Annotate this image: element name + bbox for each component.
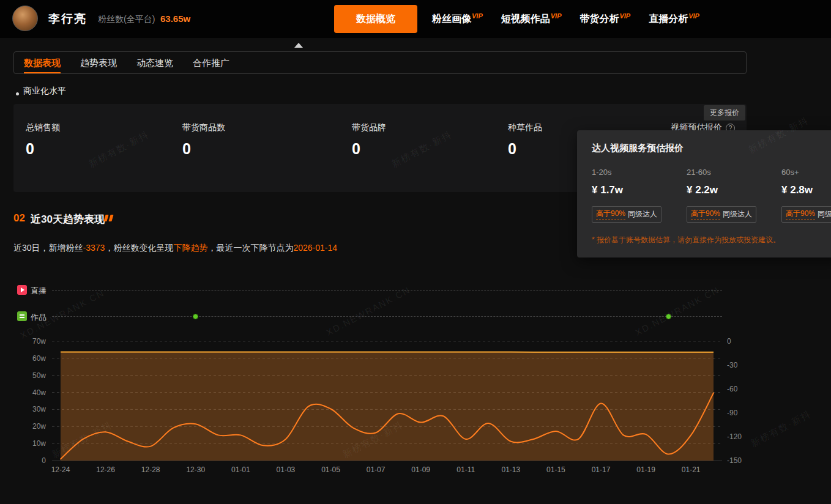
quote-column-21-60s: 21-60s ¥ 2.2w 高于90% 同级达人 xyxy=(687,168,781,223)
rank-percent: 高于90% xyxy=(691,209,720,220)
price-value: ¥ 2.2w xyxy=(687,184,781,196)
nav-commerce-analysis[interactable]: 带货分析VIP xyxy=(579,12,630,26)
nav-short-video[interactable]: 短视频作品VIP xyxy=(501,12,562,26)
trend-direction: 下降趋势 xyxy=(173,243,207,253)
stat-product-count: 带货商品数 0 xyxy=(182,122,225,158)
y-axis-left-tick: 20w xyxy=(32,422,46,431)
duration-label: 1-20s xyxy=(592,168,687,177)
watermark-text: XD.NEWRANK.CN xyxy=(633,284,721,338)
summary-text: 近30日，新增粉丝 xyxy=(13,243,83,253)
stat-value: 0 xyxy=(26,140,60,158)
quote-popup: 达人视频服务预估报价 1-20s ¥ 1.7w 高于90% 同级达人 21-60… xyxy=(577,130,831,258)
bullet-dot xyxy=(16,92,19,95)
work-marker-dot[interactable] xyxy=(193,314,198,319)
y-axis-left-tick: 70w xyxy=(32,337,46,346)
watermark-text: XD.NEWRANK.CN xyxy=(324,284,412,338)
tab-trend-performance[interactable]: 趋势表现 xyxy=(80,52,117,73)
main-nav: 数据概览 粉丝画像VIP 短视频作品VIP 带货分析VIP 直播分析VIP xyxy=(334,0,699,38)
stat-value: 0 xyxy=(182,140,225,158)
commercial-level-title: 商业化水平 xyxy=(23,86,66,97)
area-fill xyxy=(61,352,714,461)
quote-column-60s-plus: 60s+ ¥ 2.8w 高于90% 同级达人 xyxy=(781,168,831,223)
tab-bar: 数据表现 趋势表现 动态速览 合作推广 xyxy=(13,51,747,74)
y-axis-right-tick: 0 xyxy=(727,337,731,346)
stat-brand-count: 带货品牌 0 xyxy=(352,122,386,158)
work-marker-dot[interactable] xyxy=(666,314,671,319)
caret-up-icon xyxy=(294,43,303,48)
x-axis-tick: 01-05 xyxy=(313,465,349,474)
creator-name: 李行亮 xyxy=(48,11,87,27)
x-axis-tick: 01-19 xyxy=(628,465,665,474)
rank-peer-label: 同级达人 xyxy=(818,209,831,220)
live-icon xyxy=(17,285,27,295)
new-fans-delta: -3373 xyxy=(83,243,105,253)
duration-label: 60s+ xyxy=(781,168,831,177)
fans-count-label: 粉丝数(全平台) xyxy=(98,14,155,25)
y-axis-right-tick: -30 xyxy=(727,361,737,369)
section-number: 02 xyxy=(13,212,25,224)
fans-count-value: 63.65w xyxy=(160,13,190,24)
rank-badge: 高于90% 同级达人 xyxy=(592,206,661,223)
x-axis-tick: 01-17 xyxy=(583,465,619,474)
works-timeline xyxy=(52,316,722,317)
popup-columns: 1-20s ¥ 1.7w 高于90% 同级达人 21-60s ¥ 2.2w 高于… xyxy=(592,168,827,223)
y-axis-left-tick: 0 xyxy=(42,456,46,465)
stat-total-sales: 总销售额 0 xyxy=(26,122,60,158)
x-axis-tick: 01-01 xyxy=(222,465,259,474)
x-axis-tick: 01-07 xyxy=(357,465,394,474)
more-quotes-button[interactable]: 更多报价 xyxy=(704,105,745,120)
legend-works-label: 作品 xyxy=(31,312,47,323)
rank-percent: 高于90% xyxy=(786,209,815,220)
page: 李行亮 粉丝数(全平台) 63.65w 数据概览 粉丝画像VIP 短视频作品VI… xyxy=(0,0,831,504)
y-axis-left: 70w60w50w40w30w20w10w0 xyxy=(0,341,46,461)
rank-peer-label: 同级达人 xyxy=(628,209,657,220)
stat-value: 0 xyxy=(352,140,386,158)
stat-seeding-works: 种草作品 0 xyxy=(508,122,542,158)
stat-label: 种草作品 xyxy=(508,122,542,133)
avatar[interactable] xyxy=(12,6,38,31)
summary-text: ，粉丝数变化呈现 xyxy=(105,243,173,253)
quote-marks-icon xyxy=(105,215,113,221)
quote-column-1-20s: 1-20s ¥ 1.7w 高于90% 同级达人 xyxy=(592,168,687,223)
x-axis: 12-2412-2612-2812-3001-0101-0301-0501-07… xyxy=(52,465,722,475)
y-axis-right-tick: -120 xyxy=(727,432,742,441)
popup-title: 达人视频服务预估报价 xyxy=(592,143,827,154)
y-axis-left-tick: 50w xyxy=(32,371,46,380)
trend-chart-svg xyxy=(52,341,722,461)
vip-badge: VIP xyxy=(472,12,483,20)
x-axis-tick: 01-13 xyxy=(493,465,529,474)
y-axis-left-tick: 30w xyxy=(32,405,46,413)
duration-label: 21-60s xyxy=(687,168,781,177)
nav-data-overview[interactable]: 数据概览 xyxy=(334,5,417,33)
trend-chart[interactable] xyxy=(52,341,722,461)
x-axis-tick: 01-11 xyxy=(447,465,484,474)
nav-fan-portrait[interactable]: 粉丝画像VIP xyxy=(432,12,483,26)
nav-label: 直播分析 xyxy=(649,13,688,24)
tab-data-performance[interactable]: 数据表现 xyxy=(24,52,61,73)
nav-label: 带货分析 xyxy=(579,13,619,24)
stat-label: 带货品牌 xyxy=(352,122,386,133)
vip-badge: VIP xyxy=(551,12,562,20)
header: 李行亮 粉丝数(全平台) 63.65w 数据概览 粉丝画像VIP 短视频作品VI… xyxy=(0,0,831,38)
rank-percent: 高于90% xyxy=(596,209,625,220)
y-axis-left-tick: 10w xyxy=(32,439,46,448)
x-axis-tick: 12-28 xyxy=(132,465,169,474)
popup-footnote: * 报价基于账号数据估算，请勿直接作为投放或投资建议。 xyxy=(592,235,827,245)
trend-section-title: 近30天趋势表现 xyxy=(31,212,105,226)
nav-live-analysis[interactable]: 直播分析VIP xyxy=(649,12,699,26)
stat-label: 总销售额 xyxy=(26,122,60,133)
y-axis-right-tick: -150 xyxy=(727,456,742,465)
summary-text: ，最近一次下降节点为 xyxy=(207,243,293,253)
rank-peer-label: 同级达人 xyxy=(723,209,752,220)
legend-live-label: 直播 xyxy=(31,286,47,297)
y-axis-right-tick: -90 xyxy=(727,409,737,417)
vip-badge: VIP xyxy=(688,12,699,20)
tab-cooperation-promotion[interactable]: 合作推广 xyxy=(193,52,229,73)
nav-label: 粉丝画像 xyxy=(432,13,471,24)
trend-summary: 近30日，新增粉丝-3373，粉丝数变化呈现下降趋势，最近一次下降节点为2026… xyxy=(13,243,337,254)
price-value: ¥ 1.7w xyxy=(592,184,687,196)
vip-badge: VIP xyxy=(619,12,630,20)
tab-dynamic-overview[interactable]: 动态速览 xyxy=(136,52,173,73)
y-axis-right: 0-30-60-90-120-150 xyxy=(727,341,764,461)
x-axis-tick: 12-26 xyxy=(88,465,124,474)
